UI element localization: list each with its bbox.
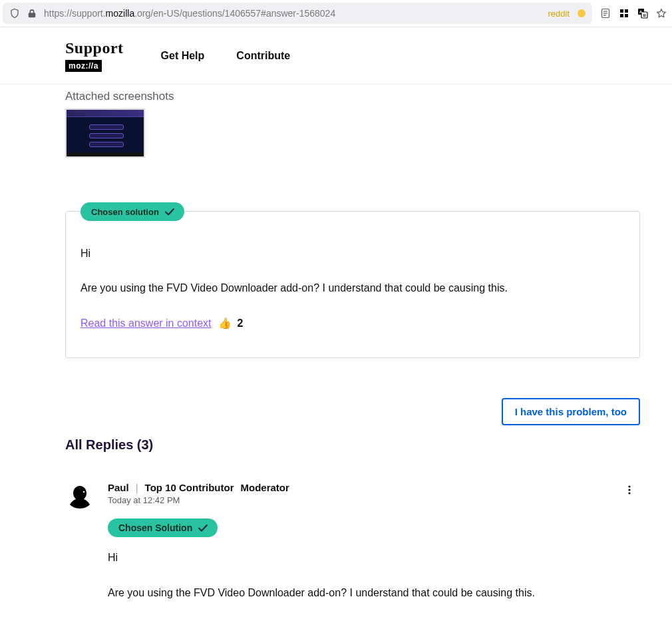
brand-title: Support	[65, 39, 124, 57]
solution-line2: Are you using the FVD Video Downloader a…	[81, 278, 625, 298]
reply-chosen-badge: Chosen Solution	[108, 518, 218, 537]
i-have-this-problem-button[interactable]: I have this problem, too	[502, 398, 640, 425]
author-line: Paul | Top 10 Contributor Moderator	[108, 482, 289, 493]
browser-url-bar: https://support.mozilla.org/en-US/questi…	[0, 0, 672, 27]
thumbs-up-icon: 👍	[218, 317, 232, 329]
svg-rect-5	[625, 9, 628, 13]
reply-item: Paul | Top 10 Contributor Moderator Toda…	[65, 482, 640, 619]
svg-point-16	[628, 493, 630, 495]
svg-rect-6	[620, 14, 623, 17]
avatar[interactable]	[65, 482, 94, 511]
svg-rect-4	[620, 9, 623, 13]
all-replies-header: All Replies (3)	[65, 437, 640, 453]
check-icon	[164, 206, 175, 217]
star-icon[interactable]	[656, 8, 667, 19]
solution-body: Hi Are you using the FVD Video Downloade…	[81, 244, 625, 333]
screenshot-thumbnail[interactable]	[65, 108, 145, 158]
check-icon	[198, 522, 208, 533]
translate-icon[interactable]: AB	[637, 8, 648, 19]
chosen-solution-badge-text: Chosen solution	[91, 207, 159, 217]
svg-point-15	[628, 489, 630, 491]
author-separator: |	[136, 482, 138, 493]
reddit-label[interactable]: reddit	[548, 9, 570, 19]
read-in-context-link[interactable]: Read this answer in context	[81, 317, 212, 329]
url-input-pill[interactable]: https://support.mozilla.org/en-US/questi…	[3, 3, 592, 24]
chosen-solution-badge: Chosen solution	[81, 202, 184, 221]
chosen-solution-box: Chosen solution Hi Are you using the FVD…	[65, 211, 640, 358]
reddit-dot-icon	[578, 9, 586, 17]
context-vote-count: 2	[237, 317, 243, 329]
svg-point-14	[628, 486, 630, 488]
toolbar-icons: AB	[595, 8, 667, 19]
mozilla-badge: moz://a	[65, 60, 102, 72]
grid-icon[interactable]	[619, 8, 629, 19]
reader-view-icon[interactable]	[600, 8, 611, 19]
shield-icon	[9, 8, 20, 19]
reply-timestamp: Today at 12:42 PM	[108, 495, 289, 505]
reply-text: Hi Are you using the FVD Video Downloade…	[108, 548, 640, 603]
site-header: Support moz://a Get Help Contribute	[0, 27, 672, 85]
svg-text:A: A	[639, 10, 643, 14]
reply-line1: Hi	[108, 548, 640, 568]
nav-links: Get Help Contribute	[161, 50, 291, 62]
svg-text:B: B	[643, 13, 647, 17]
nav-get-help[interactable]: Get Help	[161, 50, 205, 62]
brand[interactable]: Support moz://a	[65, 39, 124, 72]
url-text: https://support.mozilla.org/en-US/questi…	[44, 8, 541, 19]
attachments-label: Attached screenshots	[65, 90, 640, 103]
author-role-contributor: Top 10 Contributor	[145, 482, 234, 493]
nav-contribute[interactable]: Contribute	[236, 50, 290, 62]
solution-line1: Hi	[81, 244, 625, 264]
reply-more-menu[interactable]	[619, 482, 640, 501]
svg-rect-7	[625, 14, 628, 17]
main-content: Attached screenshots Chosen solution Hi …	[0, 85, 672, 619]
svg-point-13	[83, 491, 85, 493]
reply-line2: Are you using the FVD Video Downloader a…	[108, 583, 640, 603]
author-name[interactable]: Paul	[108, 482, 129, 493]
author-role-moderator: Moderator	[240, 482, 289, 493]
reply-chosen-badge-text: Chosen Solution	[118, 522, 192, 533]
actions-row: I have this problem, too	[65, 398, 640, 425]
lock-icon	[27, 8, 37, 19]
